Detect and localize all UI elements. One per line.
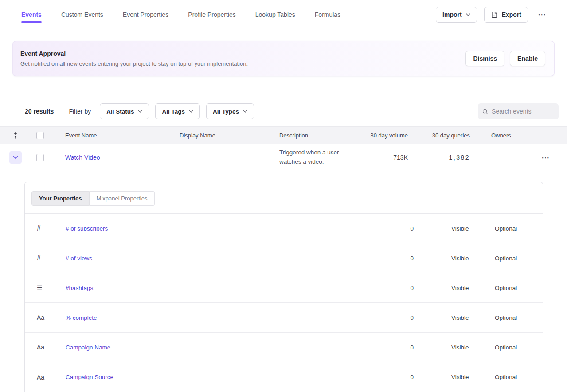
event-name-link[interactable]: Watch Video xyxy=(65,154,180,161)
top-navigation: Events Custom Events Event Properties Pr… xyxy=(0,0,567,29)
event-properties-panel: Your Properties Mixpanel Properties # # … xyxy=(24,182,543,392)
column-30-day-queries: 30 day queries xyxy=(432,132,470,139)
collapse-all-rows-icon[interactable] xyxy=(12,132,19,139)
property-visibility: Visible xyxy=(414,225,485,232)
nav-tabs: Events Custom Events Event Properties Pr… xyxy=(21,11,436,18)
tab-mixpanel-properties[interactable]: Mixpanel Properties xyxy=(90,191,155,206)
chevron-down-icon xyxy=(189,110,193,113)
more-icon: ⋯ xyxy=(538,10,547,19)
column-owners: Owners xyxy=(470,132,514,139)
tab-events[interactable]: Events xyxy=(21,11,42,18)
status-filter-dropdown[interactable]: All Status xyxy=(100,103,149,119)
property-name-link[interactable]: Campaign Source xyxy=(66,374,113,380)
search-box xyxy=(478,103,559,119)
event-row: Watch Video Triggered when a user watche… xyxy=(0,144,567,171)
tags-filter-label: All Tags xyxy=(162,108,185,115)
events-table-header: Event Name Display Name Description 30 d… xyxy=(0,126,567,144)
results-count: 20 results xyxy=(25,108,54,115)
export-button[interactable]: Export xyxy=(484,7,528,23)
property-name-link[interactable]: #hashtags xyxy=(66,285,93,291)
chevron-down-icon xyxy=(138,110,142,113)
types-filter-label: All Types xyxy=(213,108,239,115)
select-all-checkbox[interactable] xyxy=(36,132,44,139)
banner-title: Event Approval xyxy=(20,50,465,57)
property-row: # # of views 0 Visible Optional xyxy=(25,243,543,273)
row-checkbox[interactable] xyxy=(36,154,44,161)
property-name-link[interactable]: # of views xyxy=(66,255,92,262)
tags-filter-dropdown[interactable]: All Tags xyxy=(155,103,200,119)
filter-by-label: Filter by xyxy=(69,108,91,115)
property-visibility: Visible xyxy=(414,285,485,291)
column-description: Description xyxy=(279,132,364,139)
event-approval-banner: Event Approval Get notified on all new e… xyxy=(12,41,555,76)
text-type-icon: Aa xyxy=(37,314,44,321)
property-visibility: Visible xyxy=(414,314,485,321)
property-row: Aa Campaign Source 0 Visible Optional xyxy=(25,362,543,392)
chevron-down-icon xyxy=(243,110,247,113)
property-value: 0 xyxy=(410,285,414,291)
event-30-day-queries: 1,382 xyxy=(449,154,470,161)
column-display-name: Display Name xyxy=(180,132,279,139)
enable-button[interactable]: Enable xyxy=(510,51,545,66)
text-type-icon: Aa xyxy=(37,374,44,381)
property-visibility: Visible xyxy=(414,374,485,380)
tab-your-properties[interactable]: Your Properties xyxy=(31,191,90,206)
event-description: Triggered when a user watches a video. xyxy=(279,148,364,167)
property-row: ☰ #hashtags 0 Visible Optional xyxy=(25,273,543,303)
chevron-down-icon xyxy=(466,13,470,16)
text-type-icon: Aa xyxy=(37,344,44,351)
tab-event-properties[interactable]: Event Properties xyxy=(123,11,169,18)
types-filter-dropdown[interactable]: All Types xyxy=(206,103,254,119)
property-value: 0 xyxy=(410,225,414,232)
filter-row: 20 results Filter by All Status All Tags… xyxy=(25,103,559,119)
nav-tab-label: Profile Properties xyxy=(188,11,235,18)
nav-tab-label: Event Properties xyxy=(123,11,169,18)
nav-actions: Import Export ⋯ xyxy=(436,7,549,23)
nav-more-button[interactable]: ⋯ xyxy=(535,8,549,20)
import-button[interactable]: Import xyxy=(436,7,477,23)
column-event-name: Event Name xyxy=(65,132,180,139)
properties-tabs: Your Properties Mixpanel Properties xyxy=(25,182,543,214)
status-filter-label: All Status xyxy=(106,108,134,115)
property-requirement: Optional xyxy=(485,225,543,232)
chevron-down-icon xyxy=(13,156,18,159)
search-input[interactable] xyxy=(492,108,554,115)
nav-tab-label: Events xyxy=(21,11,42,18)
export-button-label: Export xyxy=(502,11,521,18)
import-button-label: Import xyxy=(442,11,462,18)
property-value: 0 xyxy=(410,374,414,380)
property-name-link[interactable]: # of subscribers xyxy=(66,225,108,232)
row-more-button[interactable]: ⋯ xyxy=(541,153,567,163)
property-name-link[interactable]: % complete xyxy=(66,314,97,321)
banner-actions: Dismiss Enable xyxy=(465,51,545,66)
export-file-icon xyxy=(491,11,498,18)
property-value: 0 xyxy=(410,314,414,321)
column-30-day-volume: 30 day volume xyxy=(370,132,408,139)
property-requirement: Optional xyxy=(485,255,543,262)
banner-text: Event Approval Get notified on all new e… xyxy=(20,50,465,67)
property-name-link[interactable]: Campaign Name xyxy=(66,344,110,351)
property-list: # # of subscribers 0 Visible Optional # … xyxy=(25,214,543,392)
nav-tab-label: Formulas xyxy=(315,11,340,18)
nav-tab-label: Lookup Tables xyxy=(255,11,295,18)
tab-custom-events[interactable]: Custom Events xyxy=(61,11,103,18)
collapse-row-button[interactable] xyxy=(9,151,22,164)
property-row: Aa Campaign Name 0 Visible Optional xyxy=(25,333,543,362)
tab-formulas[interactable]: Formulas xyxy=(315,11,340,18)
number-type-icon: # xyxy=(37,224,41,232)
tab-lookup-tables[interactable]: Lookup Tables xyxy=(255,11,295,18)
search-icon xyxy=(482,108,488,115)
event-30-day-volume: 713K xyxy=(393,154,408,161)
property-value: 0 xyxy=(410,255,414,262)
property-requirement: Optional xyxy=(485,344,543,351)
property-requirement: Optional xyxy=(485,285,543,291)
property-requirement: Optional xyxy=(485,374,543,380)
property-value: 0 xyxy=(410,344,414,351)
property-row: Aa % complete 0 Visible Optional xyxy=(25,303,543,333)
number-type-icon: # xyxy=(37,254,41,262)
tab-profile-properties[interactable]: Profile Properties xyxy=(188,11,235,18)
list-type-icon: ☰ xyxy=(37,284,43,291)
dismiss-button[interactable]: Dismiss xyxy=(465,51,504,66)
nav-tab-label: Custom Events xyxy=(61,11,103,18)
banner-description: Get notified on all new events entering … xyxy=(20,60,465,67)
